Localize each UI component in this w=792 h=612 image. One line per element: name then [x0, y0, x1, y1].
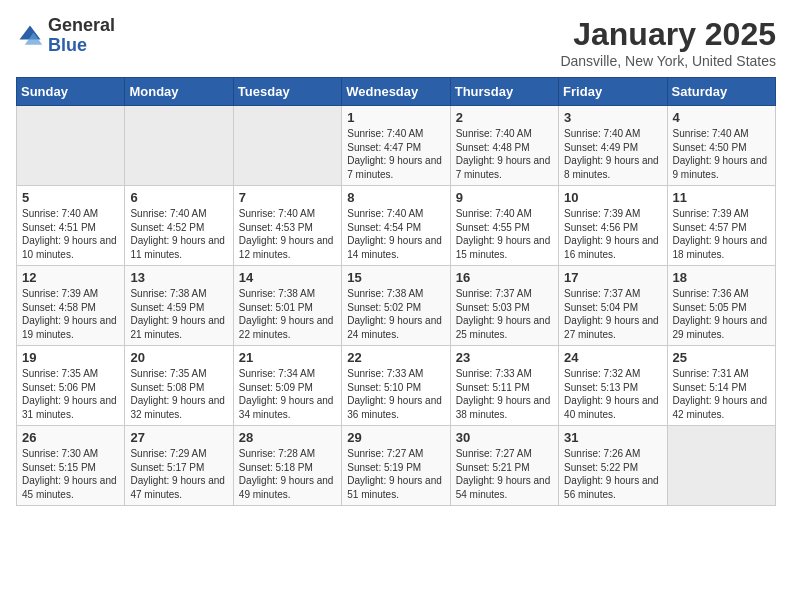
logo-text: General Blue	[48, 16, 115, 56]
day-info: Sunrise: 7:39 AM Sunset: 4:56 PM Dayligh…	[564, 207, 661, 261]
header-thursday: Thursday	[450, 78, 558, 106]
day-number: 22	[347, 350, 444, 365]
day-info: Sunrise: 7:40 AM Sunset: 4:52 PM Dayligh…	[130, 207, 227, 261]
day-info: Sunrise: 7:35 AM Sunset: 5:06 PM Dayligh…	[22, 367, 119, 421]
day-number: 24	[564, 350, 661, 365]
calendar-week-row: 1Sunrise: 7:40 AM Sunset: 4:47 PM Daylig…	[17, 106, 776, 186]
day-number: 15	[347, 270, 444, 285]
calendar-day-cell: 25Sunrise: 7:31 AM Sunset: 5:14 PM Dayli…	[667, 346, 775, 426]
title-block: January 2025 Dansville, New York, United…	[560, 16, 776, 69]
calendar-week-row: 12Sunrise: 7:39 AM Sunset: 4:58 PM Dayli…	[17, 266, 776, 346]
calendar-table: Sunday Monday Tuesday Wednesday Thursday…	[16, 77, 776, 506]
day-info: Sunrise: 7:35 AM Sunset: 5:08 PM Dayligh…	[130, 367, 227, 421]
calendar-day-cell: 18Sunrise: 7:36 AM Sunset: 5:05 PM Dayli…	[667, 266, 775, 346]
calendar-day-cell: 14Sunrise: 7:38 AM Sunset: 5:01 PM Dayli…	[233, 266, 341, 346]
calendar-day-cell: 9Sunrise: 7:40 AM Sunset: 4:55 PM Daylig…	[450, 186, 558, 266]
day-number: 19	[22, 350, 119, 365]
day-info: Sunrise: 7:27 AM Sunset: 5:21 PM Dayligh…	[456, 447, 553, 501]
day-number: 3	[564, 110, 661, 125]
calendar-day-cell: 8Sunrise: 7:40 AM Sunset: 4:54 PM Daylig…	[342, 186, 450, 266]
calendar-day-cell: 6Sunrise: 7:40 AM Sunset: 4:52 PM Daylig…	[125, 186, 233, 266]
day-number: 13	[130, 270, 227, 285]
day-info: Sunrise: 7:40 AM Sunset: 4:51 PM Dayligh…	[22, 207, 119, 261]
calendar-day-cell	[233, 106, 341, 186]
calendar-day-cell: 7Sunrise: 7:40 AM Sunset: 4:53 PM Daylig…	[233, 186, 341, 266]
day-info: Sunrise: 7:30 AM Sunset: 5:15 PM Dayligh…	[22, 447, 119, 501]
day-number: 10	[564, 190, 661, 205]
calendar-day-cell: 27Sunrise: 7:29 AM Sunset: 5:17 PM Dayli…	[125, 426, 233, 506]
calendar-day-cell: 1Sunrise: 7:40 AM Sunset: 4:47 PM Daylig…	[342, 106, 450, 186]
calendar-day-cell: 10Sunrise: 7:39 AM Sunset: 4:56 PM Dayli…	[559, 186, 667, 266]
logo: General Blue	[16, 16, 115, 56]
day-info: Sunrise: 7:34 AM Sunset: 5:09 PM Dayligh…	[239, 367, 336, 421]
day-info: Sunrise: 7:33 AM Sunset: 5:10 PM Dayligh…	[347, 367, 444, 421]
day-number: 6	[130, 190, 227, 205]
day-info: Sunrise: 7:37 AM Sunset: 5:04 PM Dayligh…	[564, 287, 661, 341]
day-number: 23	[456, 350, 553, 365]
day-number: 7	[239, 190, 336, 205]
day-info: Sunrise: 7:40 AM Sunset: 4:50 PM Dayligh…	[673, 127, 770, 181]
header-wednesday: Wednesday	[342, 78, 450, 106]
day-number: 1	[347, 110, 444, 125]
day-info: Sunrise: 7:29 AM Sunset: 5:17 PM Dayligh…	[130, 447, 227, 501]
calendar-day-cell: 17Sunrise: 7:37 AM Sunset: 5:04 PM Dayli…	[559, 266, 667, 346]
header-sunday: Sunday	[17, 78, 125, 106]
header-saturday: Saturday	[667, 78, 775, 106]
calendar-day-cell: 13Sunrise: 7:38 AM Sunset: 4:59 PM Dayli…	[125, 266, 233, 346]
day-number: 14	[239, 270, 336, 285]
calendar-day-cell: 15Sunrise: 7:38 AM Sunset: 5:02 PM Dayli…	[342, 266, 450, 346]
calendar-day-cell: 2Sunrise: 7:40 AM Sunset: 4:48 PM Daylig…	[450, 106, 558, 186]
calendar-week-row: 26Sunrise: 7:30 AM Sunset: 5:15 PM Dayli…	[17, 426, 776, 506]
day-number: 16	[456, 270, 553, 285]
day-number: 4	[673, 110, 770, 125]
calendar-day-cell: 12Sunrise: 7:39 AM Sunset: 4:58 PM Dayli…	[17, 266, 125, 346]
calendar-day-cell: 4Sunrise: 7:40 AM Sunset: 4:50 PM Daylig…	[667, 106, 775, 186]
day-info: Sunrise: 7:31 AM Sunset: 5:14 PM Dayligh…	[673, 367, 770, 421]
calendar-day-cell	[125, 106, 233, 186]
calendar-subtitle: Dansville, New York, United States	[560, 53, 776, 69]
calendar-day-cell: 19Sunrise: 7:35 AM Sunset: 5:06 PM Dayli…	[17, 346, 125, 426]
calendar-day-cell: 23Sunrise: 7:33 AM Sunset: 5:11 PM Dayli…	[450, 346, 558, 426]
header-monday: Monday	[125, 78, 233, 106]
calendar-day-cell: 16Sunrise: 7:37 AM Sunset: 5:03 PM Dayli…	[450, 266, 558, 346]
day-info: Sunrise: 7:39 AM Sunset: 4:58 PM Dayligh…	[22, 287, 119, 341]
calendar-title: January 2025	[560, 16, 776, 53]
day-info: Sunrise: 7:40 AM Sunset: 4:55 PM Dayligh…	[456, 207, 553, 261]
day-number: 5	[22, 190, 119, 205]
day-info: Sunrise: 7:32 AM Sunset: 5:13 PM Dayligh…	[564, 367, 661, 421]
day-number: 12	[22, 270, 119, 285]
calendar-day-cell: 28Sunrise: 7:28 AM Sunset: 5:18 PM Dayli…	[233, 426, 341, 506]
calendar-day-cell: 24Sunrise: 7:32 AM Sunset: 5:13 PM Dayli…	[559, 346, 667, 426]
calendar-day-cell: 11Sunrise: 7:39 AM Sunset: 4:57 PM Dayli…	[667, 186, 775, 266]
day-info: Sunrise: 7:37 AM Sunset: 5:03 PM Dayligh…	[456, 287, 553, 341]
calendar-day-cell: 21Sunrise: 7:34 AM Sunset: 5:09 PM Dayli…	[233, 346, 341, 426]
header-tuesday: Tuesday	[233, 78, 341, 106]
page-header: General Blue January 2025 Dansville, New…	[16, 16, 776, 69]
day-number: 28	[239, 430, 336, 445]
calendar-week-row: 19Sunrise: 7:35 AM Sunset: 5:06 PM Dayli…	[17, 346, 776, 426]
day-number: 8	[347, 190, 444, 205]
day-info: Sunrise: 7:39 AM Sunset: 4:57 PM Dayligh…	[673, 207, 770, 261]
calendar-day-cell: 22Sunrise: 7:33 AM Sunset: 5:10 PM Dayli…	[342, 346, 450, 426]
day-number: 29	[347, 430, 444, 445]
calendar-day-cell	[17, 106, 125, 186]
calendar-day-cell: 31Sunrise: 7:26 AM Sunset: 5:22 PM Dayli…	[559, 426, 667, 506]
calendar-day-cell: 20Sunrise: 7:35 AM Sunset: 5:08 PM Dayli…	[125, 346, 233, 426]
day-info: Sunrise: 7:40 AM Sunset: 4:47 PM Dayligh…	[347, 127, 444, 181]
day-info: Sunrise: 7:38 AM Sunset: 5:02 PM Dayligh…	[347, 287, 444, 341]
day-number: 25	[673, 350, 770, 365]
day-info: Sunrise: 7:40 AM Sunset: 4:48 PM Dayligh…	[456, 127, 553, 181]
day-number: 2	[456, 110, 553, 125]
calendar-day-cell: 3Sunrise: 7:40 AM Sunset: 4:49 PM Daylig…	[559, 106, 667, 186]
logo-icon	[16, 22, 44, 50]
weekday-header-row: Sunday Monday Tuesday Wednesday Thursday…	[17, 78, 776, 106]
day-number: 20	[130, 350, 227, 365]
calendar-day-cell: 5Sunrise: 7:40 AM Sunset: 4:51 PM Daylig…	[17, 186, 125, 266]
header-friday: Friday	[559, 78, 667, 106]
calendar-day-cell: 26Sunrise: 7:30 AM Sunset: 5:15 PM Dayli…	[17, 426, 125, 506]
day-info: Sunrise: 7:40 AM Sunset: 4:53 PM Dayligh…	[239, 207, 336, 261]
day-info: Sunrise: 7:28 AM Sunset: 5:18 PM Dayligh…	[239, 447, 336, 501]
day-number: 9	[456, 190, 553, 205]
day-number: 31	[564, 430, 661, 445]
day-info: Sunrise: 7:38 AM Sunset: 4:59 PM Dayligh…	[130, 287, 227, 341]
